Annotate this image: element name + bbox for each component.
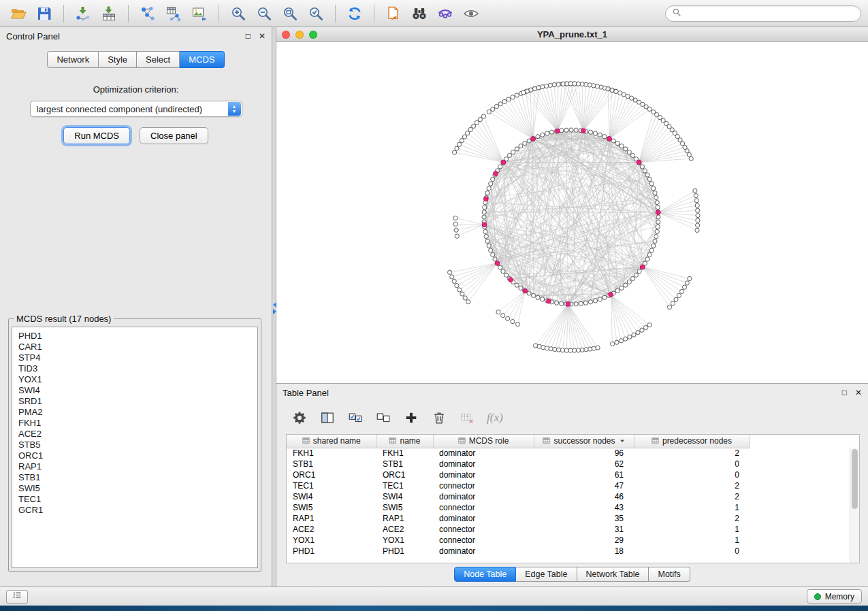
table-cell: TEC1	[287, 480, 376, 491]
tab-style[interactable]: Style	[99, 51, 137, 68]
binoculars-icon	[411, 5, 428, 22]
mcds-result-item[interactable]: SRD1	[18, 396, 251, 407]
tab-select[interactable]: Select	[137, 51, 180, 68]
table-cell: SWI5	[287, 502, 376, 513]
tab-motifs[interactable]: Motifs	[649, 567, 690, 582]
zoom-out-button[interactable]	[253, 3, 276, 24]
window-minimize-icon[interactable]	[295, 31, 304, 39]
table-row[interactable]: FKH1FKH1dominator962	[287, 448, 750, 459]
memory-button-label: Memory	[825, 592, 854, 601]
close-panel-icon[interactable]: ✕	[259, 32, 266, 40]
select-all-button[interactable]	[347, 410, 364, 426]
table-row[interactable]: RAP1RAP1dominator352	[287, 513, 750, 524]
table-cell: connector	[433, 480, 534, 491]
node-table: shared namenameMCDS rolesuccessor nodesp…	[287, 435, 750, 557]
table-row[interactable]: ORC1ORC1dominator610	[287, 469, 750, 480]
mcds-result-item[interactable]: STB1	[18, 472, 251, 483]
mcds-result-item[interactable]: GCR1	[18, 505, 251, 516]
mcds-result-item[interactable]: PHD1	[18, 331, 251, 342]
tab-network-table[interactable]: Network Table	[577, 567, 649, 582]
network-canvas[interactable]	[276, 42, 868, 383]
binoculars-button[interactable]	[408, 3, 431, 24]
table-row[interactable]: ACE2ACE2connector311	[287, 524, 750, 535]
delete-column-button[interactable]	[431, 410, 447, 426]
add-column-button[interactable]	[403, 410, 419, 426]
table-scrollbar[interactable]	[850, 448, 859, 563]
new-network-button[interactable]	[136, 3, 159, 24]
glasses-button[interactable]	[434, 3, 457, 24]
zoom-in-icon	[230, 5, 246, 22]
mcds-result-item[interactable]: TID3	[18, 363, 251, 374]
mcds-result-item[interactable]: TEC1	[18, 494, 251, 505]
tab-network[interactable]: Network	[47, 51, 99, 68]
eye-button[interactable]	[460, 3, 483, 24]
memory-button[interactable]: Memory	[807, 589, 862, 604]
refresh-button[interactable]	[343, 3, 366, 24]
window-zoom-icon[interactable]	[309, 31, 317, 39]
save-button[interactable]	[33, 3, 56, 24]
eye-icon	[463, 5, 479, 22]
float-window-icon[interactable]: □	[842, 389, 847, 397]
close-panel-icon[interactable]: ✕	[855, 389, 862, 397]
mcds-result-item[interactable]: STB5	[18, 440, 251, 450]
run-mcds-button[interactable]: Run MCDS	[63, 127, 130, 144]
table-cell: 0	[634, 459, 750, 469]
folder-open-button[interactable]	[7, 3, 30, 24]
mcds-result-item[interactable]: FKH1	[18, 418, 251, 429]
mcds-result-item[interactable]: CAR1	[18, 342, 251, 352]
table-cell: SWI4	[287, 491, 376, 502]
mcds-result-item[interactable]: SWI5	[18, 483, 251, 494]
tab-edge-table[interactable]: Edge Table	[516, 567, 577, 582]
column-header-name[interactable]: name	[376, 435, 433, 448]
show-columns-button[interactable]	[319, 410, 336, 426]
table-cell: dominator	[433, 513, 534, 524]
table-cell: 1	[634, 502, 750, 513]
zoom-fit-button[interactable]	[278, 3, 302, 24]
mcds-result-list[interactable]: PHD1CAR1STP4TID3YOX1SWI4SRD1PMA2FKH1ACE2…	[12, 327, 258, 568]
column-header-MCDS-role[interactable]: MCDS role	[433, 435, 534, 448]
float-window-icon[interactable]: □	[246, 32, 251, 40]
table-cell: SWI4	[376, 491, 433, 502]
network-window-titlebar[interactable]: YPA_prune.txt_1	[276, 27, 868, 42]
column-header-shared-name[interactable]: shared name	[287, 435, 376, 448]
window-close-icon[interactable]	[282, 31, 290, 39]
table-row[interactable]: SWI4SWI4dominator462	[287, 491, 750, 502]
zoom-selected-button[interactable]	[304, 3, 327, 24]
unselect-all-button[interactable]	[375, 410, 391, 426]
zoom-in-button[interactable]	[227, 3, 250, 24]
network-view-window: YPA_prune.txt_1	[276, 27, 868, 383]
network-graph[interactable]	[276, 42, 868, 383]
table-row[interactable]: SWI5SWI5connector431	[287, 502, 750, 513]
mcds-result-item[interactable]: YOX1	[18, 374, 251, 385]
mcds-result-item[interactable]: SWI4	[18, 385, 251, 396]
new-network-icon	[140, 5, 156, 22]
mcds-result-item[interactable]: STP4	[18, 352, 251, 363]
unselect-all-icon	[376, 410, 391, 425]
mcds-result-item[interactable]: PMA2	[18, 407, 251, 418]
mcds-result-item[interactable]: RAP1	[18, 461, 251, 472]
settings-gear-button[interactable]	[291, 410, 308, 426]
import-network-button[interactable]	[71, 3, 95, 24]
table-row[interactable]: YOX1YOX1connector291	[287, 535, 750, 546]
share-document-button[interactable]	[382, 3, 405, 24]
table-row[interactable]: STB1STB1dominator620	[287, 459, 750, 469]
table-to-network-button[interactable]	[162, 3, 185, 24]
search-box[interactable]	[665, 5, 861, 22]
search-input[interactable]	[686, 9, 854, 18]
export-image-button[interactable]	[188, 3, 211, 24]
tab-mcds[interactable]: MCDS	[180, 51, 224, 68]
mcds-result-item[interactable]: ORC1	[18, 450, 251, 461]
mcds-result-item[interactable]: ACE2	[18, 429, 251, 440]
settings-gear-icon	[292, 410, 307, 425]
rename-column-button	[459, 410, 475, 426]
close-panel-button[interactable]: Close panel	[140, 127, 208, 144]
scrollbar-thumb[interactable]	[852, 449, 858, 509]
tab-node-table[interactable]: Node Table	[454, 567, 516, 582]
column-header-predecessor-nodes[interactable]: predecessor nodes	[634, 435, 750, 448]
panel-menu-button[interactable]	[6, 590, 28, 604]
import-table-button[interactable]	[97, 3, 120, 24]
column-header-successor-nodes[interactable]: successor nodes	[534, 435, 634, 448]
table-row[interactable]: PHD1PHD1dominator180	[287, 546, 750, 557]
table-row[interactable]: TEC1TEC1connector472	[287, 480, 750, 491]
criterion-dropdown[interactable]: largest connected component (undirected)…	[30, 101, 242, 117]
